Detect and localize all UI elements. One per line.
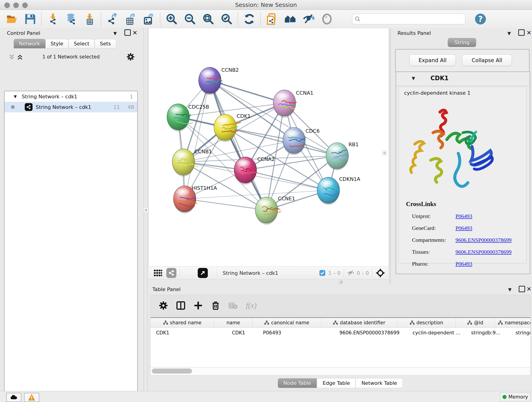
network-canvas[interactable]: CCNB2CCNA1CDC25BCDK1CDC6RB1CCNB1CCNA2CDK… bbox=[148, 28, 389, 267]
show-panels-icon[interactable] bbox=[321, 13, 333, 25]
column-header[interactable]: database identifier bbox=[321, 318, 397, 327]
network-node-ccnb2[interactable] bbox=[199, 67, 222, 94]
expand-all-icon[interactable] bbox=[17, 54, 23, 61]
pharos-link[interactable]: P06493 bbox=[456, 261, 472, 267]
section-expander-icon[interactable]: ▼ bbox=[412, 76, 415, 81]
cell-name[interactable]: CDK1 bbox=[220, 328, 258, 338]
network-overview-icon[interactable] bbox=[284, 13, 296, 25]
panel-menu-icon[interactable]: ▼ bbox=[114, 31, 117, 36]
tab-network[interactable]: Network bbox=[14, 39, 45, 48]
external-link-icon[interactable] bbox=[198, 268, 208, 278]
zoom-fit-icon[interactable] bbox=[202, 13, 214, 25]
cell-id[interactable]: stringdb:9... bbox=[466, 328, 510, 338]
network-collection-row[interactable]: ▼ String Network – cdk1 1 bbox=[5, 91, 137, 102]
scrollbar-thumb[interactable] bbox=[152, 369, 192, 374]
network-node-ccne1[interactable] bbox=[255, 197, 281, 223]
show-columns-icon[interactable] bbox=[176, 301, 185, 310]
network-selection-status: 1 of 1 Network selected bbox=[25, 54, 117, 60]
tab-node-table[interactable]: Node Table bbox=[278, 378, 317, 388]
export-network-icon[interactable] bbox=[106, 13, 118, 25]
cell-description[interactable]: cyclin-dependent ... bbox=[407, 328, 466, 338]
cell-canonical-name[interactable]: P06493 bbox=[258, 328, 331, 338]
tissues-link[interactable]: 9606.ENSP00000378699 bbox=[456, 249, 512, 255]
splitter-handle[interactable] bbox=[339, 280, 343, 284]
vertical-splitter-right[interactable] bbox=[388, 28, 392, 285]
help-icon[interactable]: ? bbox=[475, 13, 486, 25]
panel-menu-icon[interactable]: ▼ bbox=[507, 31, 511, 36]
column-header[interactable]: namespace bbox=[495, 318, 531, 327]
function-builder-icon[interactable]: f(x) bbox=[246, 301, 257, 310]
column-header[interactable]: description bbox=[397, 318, 456, 327]
tab-style[interactable]: Style bbox=[45, 39, 69, 48]
import-table-icon[interactable] bbox=[84, 13, 95, 25]
tab-edge-table[interactable]: Edge Table bbox=[317, 378, 355, 388]
vertical-splitter-left[interactable] bbox=[144, 28, 148, 391]
column-header[interactable]: name bbox=[214, 318, 253, 327]
close-panel-icon[interactable]: ✕ bbox=[526, 286, 532, 293]
expand-all-button[interactable]: Expand All bbox=[409, 55, 456, 66]
uniprot-link[interactable]: P06493 bbox=[456, 213, 472, 219]
network-node-rb1[interactable] bbox=[326, 143, 348, 169]
fit-crosshair-icon[interactable] bbox=[375, 268, 385, 278]
import-database-icon[interactable] bbox=[65, 13, 77, 25]
collapse-all-button[interactable]: Collapse All bbox=[462, 55, 512, 66]
status-bar: Memory bbox=[0, 391, 532, 402]
column-header[interactable]: canonical name bbox=[253, 318, 321, 327]
close-panel-icon[interactable]: ✕ bbox=[526, 29, 532, 36]
collection-expander-icon[interactable]: ▼ bbox=[14, 94, 17, 99]
clone-network-icon[interactable] bbox=[266, 13, 278, 25]
birdseye-grid-icon[interactable] bbox=[153, 269, 162, 277]
selected-checkbox-icon[interactable] bbox=[319, 270, 326, 276]
tab-string[interactable]: String bbox=[448, 38, 476, 47]
delete-table-icon[interactable] bbox=[228, 301, 238, 310]
compartments-link[interactable]: 9606.ENSP00000378699 bbox=[456, 237, 512, 243]
search-input[interactable] bbox=[361, 14, 465, 24]
table-options-gear-icon[interactable] bbox=[159, 301, 168, 310]
open-file-icon[interactable] bbox=[6, 13, 18, 25]
genecard-link[interactable]: P06493 bbox=[456, 225, 472, 231]
table-row[interactable]: CDK1 CDK1 P06493 9606.ENSP00000378699 cy… bbox=[151, 328, 530, 338]
export-table-icon[interactable] bbox=[125, 13, 137, 25]
node-label-hist1h1a: HIST1H1A bbox=[192, 185, 217, 191]
network-node-cdc6[interactable] bbox=[283, 128, 306, 153]
float-panel-icon[interactable] bbox=[124, 29, 131, 36]
hidden-eye-icon[interactable] bbox=[347, 269, 355, 277]
tab-sets[interactable]: Sets bbox=[95, 39, 116, 48]
import-network-icon[interactable] bbox=[47, 13, 59, 25]
tab-select[interactable]: Select bbox=[69, 39, 95, 48]
export-image-icon[interactable] bbox=[143, 13, 155, 25]
add-column-icon[interactable] bbox=[194, 301, 203, 310]
cloud-button[interactable] bbox=[6, 393, 21, 402]
delete-column-icon[interactable] bbox=[211, 301, 220, 310]
cell-database-identifier[interactable]: 9606.ENSP00000378699 bbox=[331, 328, 407, 338]
hide-panels-icon[interactable] bbox=[303, 13, 315, 25]
float-panel-icon[interactable] bbox=[519, 286, 525, 292]
float-panel-icon[interactable] bbox=[518, 29, 525, 36]
search-field[interactable] bbox=[352, 14, 465, 24]
network-graph[interactable]: CCNB2CCNA1CDC25BCDK1CDC6RB1CCNB1CCNA2CDK… bbox=[149, 28, 389, 267]
collapse-all-icon[interactable] bbox=[8, 54, 15, 61]
column-header[interactable]: shared name bbox=[151, 318, 214, 327]
warnings-button[interactable] bbox=[24, 393, 39, 402]
save-session-icon[interactable] bbox=[24, 13, 36, 25]
refresh-icon[interactable] bbox=[243, 13, 255, 25]
panel-menu-icon[interactable]: ▼ bbox=[508, 287, 512, 292]
splitter-collapse-handle[interactable] bbox=[382, 150, 387, 155]
network-row-selected[interactable]: String Network – cdk1 11 48 bbox=[5, 102, 137, 112]
network-options-gear-icon[interactable] bbox=[127, 53, 135, 61]
splitter-collapse-handle[interactable] bbox=[144, 207, 148, 212]
network-share-icon[interactable] bbox=[166, 268, 177, 278]
search-icon bbox=[355, 16, 361, 22]
memory-button[interactable]: Memory bbox=[500, 393, 531, 401]
protein-section-header[interactable]: ▼ CDK1 bbox=[396, 72, 530, 86]
zoom-in-icon[interactable] bbox=[166, 13, 177, 25]
close-panel-icon[interactable]: ✕ bbox=[133, 29, 138, 36]
tab-network-table[interactable]: Network Table bbox=[355, 378, 403, 388]
horizontal-scrollbar[interactable] bbox=[150, 367, 531, 375]
cell-namespace[interactable]: stringdb bbox=[510, 328, 531, 338]
zoom-selected-icon[interactable] bbox=[221, 13, 233, 25]
cell-shared-name[interactable]: CDK1 bbox=[151, 328, 220, 338]
zoom-out-icon[interactable] bbox=[184, 13, 196, 25]
network-node-cdkn1a[interactable] bbox=[317, 177, 340, 203]
column-header[interactable]: @id bbox=[456, 318, 495, 327]
